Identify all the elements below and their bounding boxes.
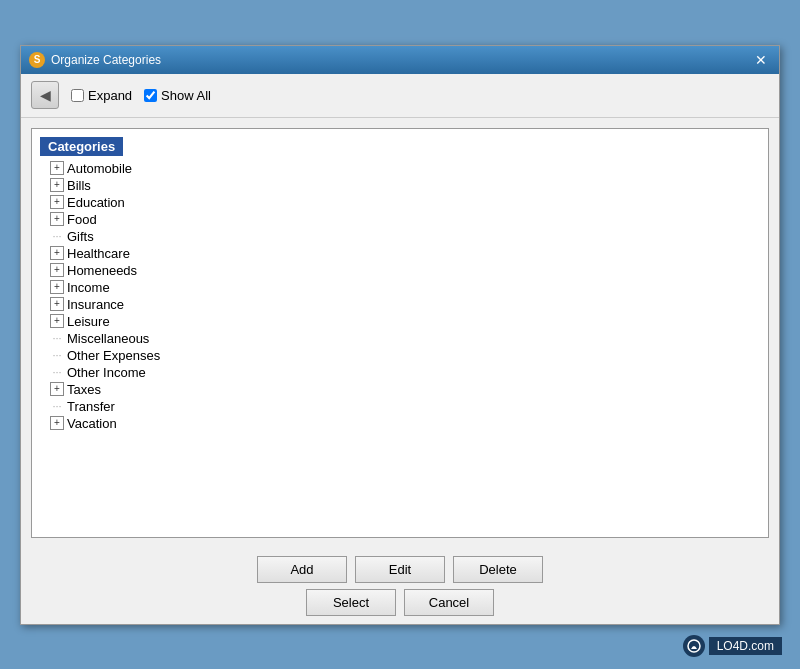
list-item[interactable]: + Bills [32,177,768,194]
category-tree[interactable]: Categories + Automobile + Bills + Educat… [31,128,769,538]
item-label: Homeneeds [67,263,137,278]
item-label: Education [67,195,125,210]
delete-button[interactable]: Delete [453,556,543,583]
expand-checkbox[interactable] [71,89,84,102]
toolbar: ◀ Expand Show All [21,74,779,118]
expand-icon[interactable]: + [50,161,64,175]
secondary-buttons-row: Select Cancel [306,589,494,616]
item-label: Gifts [67,229,94,244]
list-item[interactable]: + Automobile [32,160,768,177]
expand-icon[interactable]: + [50,280,64,294]
expand-icon[interactable]: + [50,263,64,277]
add-button[interactable]: Add [257,556,347,583]
primary-buttons-row: Add Edit Delete [257,556,543,583]
edit-button[interactable]: Edit [355,556,445,583]
item-label: Leisure [67,314,110,329]
tree-line: ··· [50,230,64,242]
select-button[interactable]: Select [306,589,396,616]
tree-line: ··· [50,349,64,361]
organize-categories-dialog: S Organize Categories ✕ ◀ Expand Show Al… [20,45,780,625]
item-label: Food [67,212,97,227]
list-item[interactable]: + Income [32,279,768,296]
watermark-container: LO4D.com [683,635,782,657]
list-item[interactable]: ··· Other Expenses [32,347,768,364]
item-label: Other Expenses [67,348,160,363]
list-item[interactable]: + Leisure [32,313,768,330]
back-button[interactable]: ◀ [31,81,59,109]
show-all-checkbox-container[interactable]: Show All [144,88,211,103]
expand-icon[interactable]: + [50,178,64,192]
app-icon: S [29,52,45,68]
list-item[interactable]: ··· Miscellaneous [32,330,768,347]
expand-icon[interactable]: + [50,416,64,430]
item-label: Transfer [67,399,115,414]
expand-icon[interactable]: + [50,297,64,311]
dialog-title: Organize Categories [51,53,161,67]
list-item[interactable]: + Taxes [32,381,768,398]
item-label: Miscellaneous [67,331,149,346]
tree-line: ··· [50,332,64,344]
list-item[interactable]: + Vacation [32,415,768,432]
close-button[interactable]: ✕ [751,53,771,67]
main-content: Categories + Automobile + Bills + Educat… [21,118,779,548]
watermark-text: LO4D.com [709,637,782,655]
item-label: Other Income [67,365,146,380]
expand-icon[interactable]: + [50,314,64,328]
list-item[interactable]: ··· Transfer [32,398,768,415]
item-label: Healthcare [67,246,130,261]
cancel-button[interactable]: Cancel [404,589,494,616]
expand-icon[interactable]: + [50,382,64,396]
tree-line: ··· [50,400,64,412]
list-item[interactable]: ··· Gifts [32,228,768,245]
title-bar: S Organize Categories ✕ [21,46,779,74]
expand-label: Expand [88,88,132,103]
item-label: Bills [67,178,91,193]
list-item[interactable]: + Healthcare [32,245,768,262]
item-label: Income [67,280,110,295]
expand-checkbox-container[interactable]: Expand [71,88,132,103]
tree-line: ··· [50,366,64,378]
item-label: Taxes [67,382,101,397]
item-label: Vacation [67,416,117,431]
categories-header: Categories [40,137,123,156]
buttons-section: Add Edit Delete Select Cancel [21,548,779,624]
item-label: Automobile [67,161,132,176]
watermark-icon [683,635,705,657]
list-item[interactable]: + Insurance [32,296,768,313]
list-item[interactable]: + Education [32,194,768,211]
list-item[interactable]: ··· Other Income [32,364,768,381]
show-all-label: Show All [161,88,211,103]
show-all-checkbox[interactable] [144,89,157,102]
expand-icon[interactable]: + [50,212,64,226]
list-item[interactable]: + Food [32,211,768,228]
expand-icon[interactable]: + [50,246,64,260]
expand-icon[interactable]: + [50,195,64,209]
item-label: Insurance [67,297,124,312]
list-item[interactable]: + Homeneeds [32,262,768,279]
